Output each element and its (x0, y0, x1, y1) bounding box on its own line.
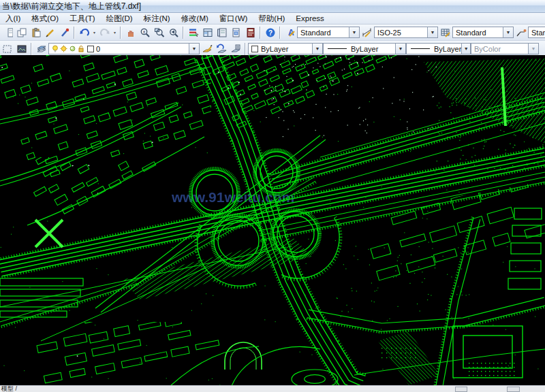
model-tab[interactable]: 模型 / (1, 386, 17, 391)
pan-button[interactable] (123, 26, 138, 39)
toolbar-separator (120, 27, 121, 39)
text-style-dropdown-icon[interactable]: ▼ (349, 27, 359, 37)
partial-icon-2-icon (16, 44, 27, 54)
toolbar-separator (74, 27, 75, 39)
copy-icon (16, 27, 27, 38)
linetype-sample (411, 48, 430, 49)
undo-dropdown-icon[interactable]: ▾ (91, 26, 97, 39)
zoom-previous-button[interactable] (166, 26, 181, 39)
zoom-realtime-icon: ± (140, 27, 151, 38)
properties-icon (188, 27, 199, 38)
layer-unlock-icon[interactable] (78, 45, 84, 52)
menu-item-8[interactable]: Express (290, 13, 330, 24)
hscrollbar-thumb[interactable] (455, 387, 467, 392)
menu-item-4[interactable]: 标注(N) (138, 13, 176, 24)
edit-pencil-button[interactable] (43, 26, 57, 39)
svg-text:±: ± (142, 29, 145, 33)
menu-item-0[interactable]: 入(I) (0, 13, 26, 24)
menu-item-7[interactable]: 帮助(H) (253, 13, 290, 24)
make-object-layer-current-icon (202, 44, 213, 54)
menu-item-3[interactable]: 绘图(D) (101, 13, 138, 24)
layer-states-button[interactable] (228, 42, 243, 56)
designcenter-icon (202, 27, 213, 38)
mleader-style-combo[interactable]: Standard▼ (528, 27, 545, 38)
toolbar-separator (260, 27, 261, 39)
help-button[interactable]: ? (263, 26, 277, 39)
table-style-dropdown-icon[interactable]: ▼ (503, 27, 513, 37)
mleader-style-value: Standard (531, 29, 545, 37)
partial-icon-1-button[interactable] (0, 42, 14, 56)
layer-thaw-sun-icon[interactable] (60, 45, 67, 52)
copy-button[interactable] (14, 26, 29, 39)
tool-palettes-button[interactable] (215, 26, 229, 39)
text-style-combo[interactable]: Standard▼ (297, 27, 360, 38)
color-control-dropdown-icon[interactable]: ▼ (312, 44, 322, 54)
layer-name-value: 0 (96, 45, 100, 53)
clipped-left-icon (2, 27, 13, 38)
menu-item-2[interactable]: 工具(T) (64, 13, 101, 24)
layer-combo[interactable]: 0▼ (48, 43, 200, 54)
menu-item-5[interactable]: 修改(M) (176, 13, 214, 24)
designcenter-button[interactable] (200, 26, 215, 39)
zoom-window-button[interactable] (152, 26, 166, 39)
layer-color-swatch[interactable] (87, 46, 94, 52)
lineweight-control-value: ByLayer (434, 45, 461, 53)
menu-item-1[interactable]: 格式(O) (26, 13, 64, 24)
layer-previous-button[interactable] (214, 42, 228, 56)
text-style-icon: A (285, 27, 296, 38)
linetype-control-dropdown-icon[interactable]: ▼ (395, 44, 405, 54)
match-properties-button[interactable] (57, 26, 72, 39)
window-title: 当\数据\前湖立交地下、地上管线7.dxf] (2, 1, 141, 12)
redo-button[interactable] (97, 26, 112, 39)
redo-dropdown-icon[interactable]: ▾ (112, 26, 118, 39)
hscrollbar-thumb-2[interactable] (507, 387, 520, 392)
zoom-previous-icon (168, 27, 179, 38)
clipped-left-button[interactable] (0, 26, 14, 39)
redo-icon (99, 27, 110, 38)
color-control-combo[interactable]: ByLayer▼ (248, 43, 323, 54)
menu-bar: 入(I)格式(O)工具(T)绘图(D)标注(N)修改(M)窗口(W)帮助(H)E… (0, 13, 545, 24)
lineweight-control-combo[interactable]: ByLayer▼ (406, 43, 471, 54)
paste-button[interactable] (29, 26, 43, 39)
layer-viewport-sun-icon[interactable] (69, 45, 76, 52)
linetype-control-combo[interactable]: ByLayer▼ (323, 43, 406, 54)
quickcalc-button[interactable] (243, 26, 258, 39)
help-icon: ? (265, 27, 276, 38)
dim-style-button[interactable] (360, 26, 374, 39)
dim-style-combo[interactable]: ISO-25▼ (374, 27, 438, 38)
zoom-realtime-button[interactable]: ± (138, 26, 152, 39)
table-style-icon (440, 27, 451, 38)
toolbar-separator (245, 43, 246, 55)
layer-properties-button[interactable] (34, 42, 48, 56)
layer-previous-icon (216, 44, 227, 54)
match-properties-icon (59, 27, 70, 38)
zoom-window-icon (154, 27, 165, 38)
properties-button[interactable] (186, 26, 200, 39)
pan-icon (125, 27, 136, 38)
dim-style-value: ISO-25 (377, 29, 401, 37)
drawing-area[interactable] (0, 55, 545, 386)
toolbar-separator (31, 43, 32, 55)
layout-tab-strip: 模型 / (0, 385, 545, 392)
plotstyle-control-value: ByColor (474, 45, 501, 53)
layer-on-bulb-icon[interactable] (52, 45, 59, 53)
table-style-combo[interactable]: Standard▼ (452, 27, 514, 38)
sheet-set-manager-button[interactable] (229, 26, 243, 39)
undo-button[interactable] (77, 26, 91, 39)
lineweight-control-dropdown-icon[interactable]: ▼ (461, 44, 470, 54)
text-style-button[interactable]: A (283, 26, 297, 39)
mleader-style-button[interactable] (514, 26, 528, 39)
make-object-layer-current-button[interactable] (200, 42, 214, 56)
linetype-control-value: ByLayer (351, 45, 378, 53)
dim-style-dropdown-icon[interactable]: ▼ (427, 27, 437, 37)
cad-viewport-canvas[interactable] (0, 55, 545, 386)
table-style-button[interactable] (438, 26, 452, 39)
menu-item-6[interactable]: 窗口(W) (214, 13, 253, 24)
layer-states-icon (230, 44, 241, 54)
layer-dropdown-icon[interactable]: ▼ (189, 44, 199, 54)
plotstyle-control-combo[interactable]: ByColor▼ (471, 43, 539, 54)
plotstyle-control-dropdown-icon[interactable]: ▼ (528, 44, 538, 54)
color-swatch (251, 46, 258, 52)
linetype-sample (328, 48, 347, 49)
partial-icon-2-button[interactable] (14, 42, 29, 56)
